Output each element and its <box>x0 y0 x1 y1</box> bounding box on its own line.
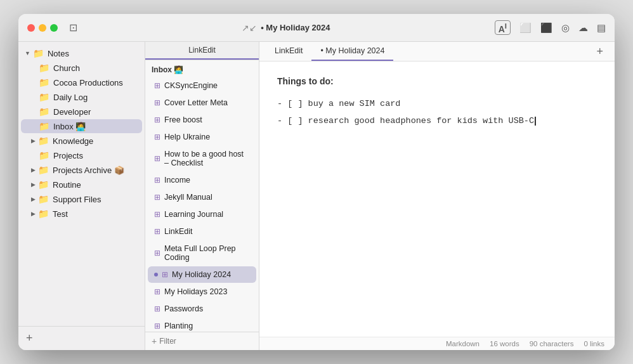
footer-words: 16 words <box>490 340 519 348</box>
split-vertical-button[interactable]: ⬜ <box>519 22 532 34</box>
sidebar-item-label: Daily Log <box>53 93 88 102</box>
note-item-learning[interactable]: ⊞ Learning Journal <box>148 206 256 223</box>
note-item-holiday2023[interactable]: ⊞ My Holidays 2023 <box>148 283 256 300</box>
sidebar-footer: + <box>18 326 145 350</box>
note-icon: ⊞ <box>154 210 160 219</box>
folder-icon: 📁 <box>39 92 49 102</box>
note-icon: ⊞ <box>154 322 160 330</box>
filter-input[interactable] <box>159 337 254 346</box>
todo-text-2: - [ ] research good headphones for kids … <box>277 116 534 126</box>
note-icon: ⊞ <box>154 227 160 236</box>
sidebar-item-routine[interactable]: ▶ 📁 Routine <box>21 178 142 192</box>
tab-linkedit[interactable]: LinkEdit <box>145 42 259 60</box>
close-button[interactable] <box>27 24 35 32</box>
note-item-meta[interactable]: ⊞ Meta Full Loop Prep Coding <box>148 240 256 266</box>
sidebar-item-support[interactable]: ▶ 📁 Support Files <box>21 192 142 206</box>
notes-footer: + <box>145 332 259 350</box>
sidebar-item-label: Knowledge <box>53 136 93 146</box>
note-item-host[interactable]: ⊞ How to be a good host – Checklist <box>148 146 256 171</box>
sidebar-toggle-button[interactable]: ⊡ <box>69 22 77 34</box>
note-icon: ⊞ <box>154 249 160 257</box>
font-size-button[interactable]: AI <box>495 20 511 36</box>
split-horizontal-button[interactable]: ⬛ <box>540 22 552 34</box>
sidebar-item-test[interactable]: ▶ 📁 Test <box>21 207 142 221</box>
note-item-free[interactable]: ⊞ Free boost <box>148 112 256 128</box>
editor-content[interactable]: Things to do: - [ ] buy a new SIM card -… <box>259 62 615 337</box>
note-label: Meta Full Loop Prep Coding <box>164 244 250 262</box>
tab-holiday-editor[interactable]: • My Holiday 2024 <box>311 42 393 61</box>
note-label: CKSyncEngine <box>164 81 218 90</box>
sidebar-item-church[interactable]: 📁 Church <box>21 61 142 75</box>
folder-icon: 📁 <box>39 150 49 160</box>
sidebar-item-inbox[interactable]: 📁 Inbox 🧑‍💻 <box>21 119 142 133</box>
sidebar-item-label: Support Files <box>53 195 101 204</box>
editor-heading: Things to do: <box>277 74 597 89</box>
add-note-icon[interactable]: + <box>152 336 157 346</box>
share-button[interactable]: ☁ <box>578 22 588 34</box>
note-label: Income <box>164 176 190 185</box>
folder-icon: 📁 <box>39 107 49 117</box>
note-item-planting[interactable]: ⊞ Planting <box>148 318 256 332</box>
minimize-button[interactable] <box>39 24 46 32</box>
chevron-right-icon: ▶ <box>31 211 36 217</box>
note-label: Cover Letter Meta <box>164 98 228 107</box>
notes-panel: LinkEdit Inbox 🧑‍💻 ⊞ CKSyncEngine ⊞ Cove… <box>145 42 259 350</box>
todo-item-1: - [ ] buy a new SIM card <box>277 97 597 112</box>
traffic-lights <box>27 24 58 32</box>
inbox-header-label: Inbox 🧑‍💻 <box>152 65 183 74</box>
add-tab-button[interactable]: + <box>591 42 608 61</box>
nav-icon: ↗↙ <box>242 23 257 33</box>
footer-links: 0 links <box>584 340 604 348</box>
chevron-right-icon: ▶ <box>31 167 36 173</box>
editor-area: LinkEdit • My Holiday 2024 + Things to d… <box>259 42 615 350</box>
view-toggle-button[interactable]: ◎ <box>561 22 570 34</box>
sidebar-item-label: Test <box>53 209 68 219</box>
folder-icon: 📁 <box>38 179 49 190</box>
note-item-ukraine[interactable]: ⊞ Help Ukraine <box>148 129 256 145</box>
note-icon: ⊞ <box>162 270 168 279</box>
notes-tabs: LinkEdit <box>145 42 259 60</box>
sidebar-item-label: Projects Archive 📦 <box>53 166 124 175</box>
sidebar-item-projects[interactable]: 📁 Projects <box>21 148 142 162</box>
sidebar-right-button[interactable]: ▤ <box>597 22 606 34</box>
sidebar-item-developer[interactable]: 📁 Developer <box>21 105 142 119</box>
note-label: Free boost <box>164 115 202 124</box>
active-indicator <box>154 273 158 276</box>
footer-format: Markdown <box>446 340 480 348</box>
note-icon: ⊞ <box>154 193 160 202</box>
sidebar-item-label: Routine <box>53 180 81 190</box>
sidebar-item-knowledge[interactable]: ▶ 📁 Knowledge <box>21 134 142 148</box>
title-area: ↗↙ • My Holiday 2024 <box>82 23 490 33</box>
note-item-holiday2024[interactable]: ⊞ My Holiday 2024 <box>148 266 256 283</box>
note-label: Learning Journal <box>164 210 223 219</box>
sidebar-item-daily[interactable]: 📁 Daily Log <box>21 90 142 104</box>
sidebar-item-notes[interactable]: ▼ 📁 Notes <box>21 46 142 60</box>
note-icon: ⊞ <box>154 304 160 313</box>
add-folder-button[interactable]: + <box>26 332 33 344</box>
sidebar-item-cocoa[interactable]: 📁 Cocoa Productions <box>21 75 142 89</box>
note-item-passwords[interactable]: ⊞ Passwords <box>148 301 256 317</box>
note-icon: ⊞ <box>154 287 160 296</box>
maximize-button[interactable] <box>50 24 58 32</box>
toolbar-actions: AI ⬜ ⬛ ◎ ☁ ▤ <box>495 20 606 36</box>
sidebar-item-label: Church <box>53 63 80 73</box>
note-item-cksync[interactable]: ⊞ CKSyncEngine <box>148 77 256 94</box>
sidebar-item-projects-archive[interactable]: ▶ 📁 Projects Archive 📦 <box>21 163 142 177</box>
note-icon: ⊞ <box>154 133 160 141</box>
chevron-down-icon: ▼ <box>25 50 30 56</box>
sidebar-list: ▼ 📁 Notes 📁 Church 📁 Cocoa Productions 📁… <box>18 42 145 326</box>
note-item-cover[interactable]: ⊞ Cover Letter Meta <box>148 94 256 111</box>
chevron-right-icon: ▶ <box>31 181 36 188</box>
tab-linkedit-editor[interactable]: LinkEdit <box>266 42 311 61</box>
note-item-income[interactable]: ⊞ Income <box>148 172 256 188</box>
sidebar: ▼ 📁 Notes 📁 Church 📁 Cocoa Productions 📁… <box>18 42 145 350</box>
note-item-jekyll[interactable]: ⊞ Jekyll Manual <box>148 189 256 205</box>
editor-footer: Markdown 16 words 90 characters 0 links <box>259 337 615 350</box>
sidebar-item-label: Projects <box>53 151 83 160</box>
note-item-linkedit[interactable]: ⊞ LinkEdit <box>148 223 256 240</box>
text-cursor <box>535 117 536 126</box>
folder-icon: 📁 <box>38 136 49 146</box>
sidebar-item-label: Notes <box>48 49 69 58</box>
main-content: ▼ 📁 Notes 📁 Church 📁 Cocoa Productions 📁… <box>18 42 615 350</box>
chevron-right-icon: ▶ <box>31 138 36 144</box>
